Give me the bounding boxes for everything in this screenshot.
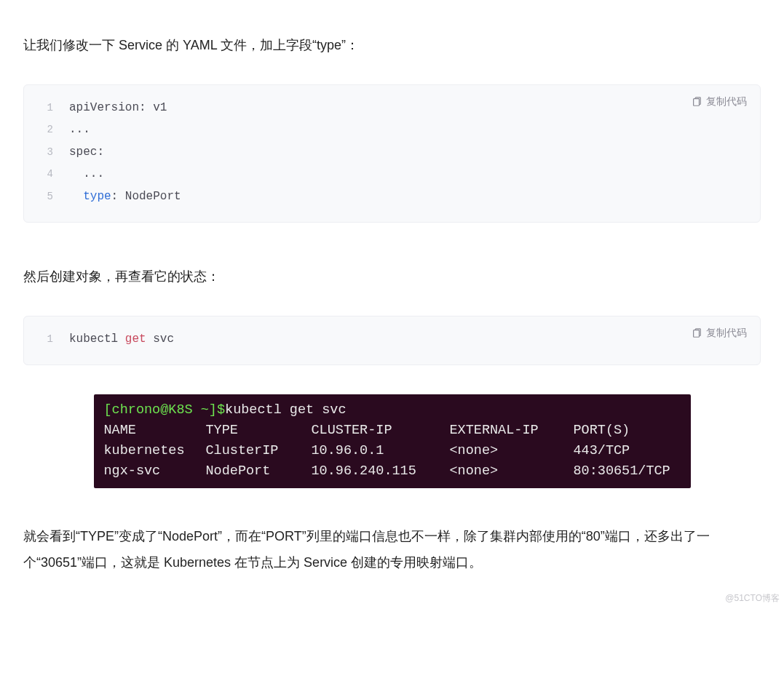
- copy-icon: [692, 328, 702, 338]
- svg-rect-0: [694, 99, 700, 106]
- line-number: 5: [39, 187, 53, 207]
- code-line: kubectl get svc: [69, 328, 174, 350]
- intro-paragraph-2: 然后创建对象，再查看它的状态：: [23, 263, 761, 290]
- line-number: 1: [39, 330, 53, 349]
- terminal-command: kubectl get svc: [225, 402, 347, 418]
- line-number: 2: [39, 120, 53, 140]
- code-line: ...: [69, 163, 104, 185]
- svg-rect-1: [694, 330, 700, 338]
- code-line: apiVersion: v1: [69, 97, 167, 119]
- table-header-row: NAME TYPE CLUSTER-IP EXTERNAL-IP PORT(S): [104, 421, 681, 441]
- line-number: 4: [39, 164, 53, 184]
- code-line: ...: [69, 119, 90, 140]
- copy-button[interactable]: 复制代码: [692, 95, 747, 108]
- watermark: @51CTO博客: [725, 592, 780, 605]
- code-block-yaml: 复制代码 1apiVersion: v1 2... 3spec: 4 ... 5…: [23, 84, 761, 223]
- copy-icon: [692, 97, 702, 107]
- copy-button[interactable]: 复制代码: [692, 327, 747, 340]
- conclusion-paragraph: 就会看到“TYPE”变成了“NodePort”，而在“PORT”列里的端口信息也…: [23, 523, 761, 576]
- code-block-shell: 复制代码 1kubectl get svc: [23, 316, 761, 365]
- code-line: type: NodePort: [69, 186, 181, 207]
- copy-label: 复制代码: [706, 327, 747, 340]
- line-number: 1: [39, 98, 53, 118]
- table-row: ngx-svc NodePort 10.96.240.115 <none> 80…: [104, 461, 681, 482]
- code-line: spec:: [69, 141, 104, 163]
- terminal-output: [chrono@K8S ~]$kubectl get svc NAME TYPE…: [94, 394, 691, 488]
- intro-paragraph-1: 让我们修改一下 Service 的 YAML 文件，加上字段“type”：: [23, 32, 761, 58]
- line-number: 3: [39, 143, 53, 162]
- table-row: kubernetes ClusterIP 10.96.0.1 <none> 44…: [104, 441, 681, 461]
- terminal-prompt: [chrono@K8S ~]$: [104, 402, 226, 418]
- copy-label: 复制代码: [706, 95, 747, 108]
